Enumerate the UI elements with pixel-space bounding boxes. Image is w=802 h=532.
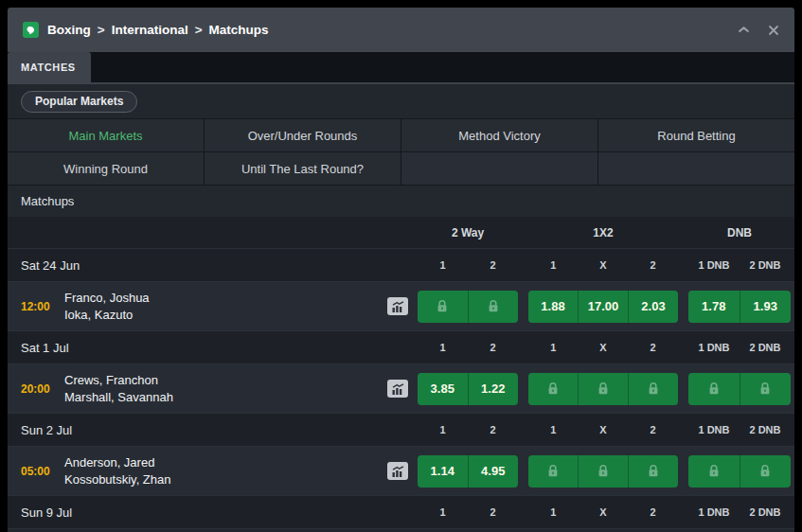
market-tab-main-markets[interactable]: Main Markets: [8, 119, 204, 151]
odds-button-locked: [740, 373, 792, 405]
fighter-name: Ioka, Kazuto: [64, 307, 387, 324]
titlebar: Boxing > International > Matchups: [8, 8, 794, 52]
breadcrumb-separator: >: [195, 23, 203, 37]
breadcrumb: Boxing > International > Matchups: [47, 23, 269, 37]
sub-header: 2: [628, 342, 678, 353]
fighter-name: Franco, Joshua: [64, 290, 387, 307]
sport-boxing-icon: [23, 22, 39, 38]
sub-header: 2: [468, 259, 518, 271]
close-icon[interactable]: [768, 25, 779, 36]
odds-button-locked: [528, 373, 578, 405]
sub-header: 1: [528, 424, 579, 435]
sub-header: 1: [528, 259, 579, 271]
odds-button-locked: [688, 455, 740, 488]
odds-button[interactable]: 1.78: [688, 291, 740, 323]
odds-group-1x2: [528, 373, 678, 405]
sub-header: 2: [468, 424, 518, 435]
date-label: Sat 24 Jun: [8, 258, 418, 273]
fighter-name: Crews, Franchon: [64, 372, 387, 389]
match-fighters: Anderson, Jared Kossobutskiy, Zhan: [47, 454, 387, 488]
match-row: 20:00 Crews, Franchon Marshall, Savannah…: [8, 364, 794, 414]
odds-button[interactable]: 1.22: [468, 373, 519, 405]
odds-group-2way: 1.14 4.95: [418, 455, 518, 488]
market-tabs-grid: Main Markets Over/Under Rounds Method Vi…: [8, 118, 794, 186]
odds-button-locked: [578, 373, 628, 405]
breadcrumb-separator: >: [98, 23, 105, 37]
stats-chart-icon[interactable]: [387, 380, 408, 398]
market-tab-method-victory[interactable]: Method Victory: [401, 119, 597, 151]
fighter-name: Anderson, Jared: [64, 454, 387, 471]
date-row: Sun 2 Jul 12 1X2 1 DNB2 DNB: [8, 414, 794, 447]
odds-button-locked: [688, 373, 740, 405]
breadcrumb-item-matchups[interactable]: Matchups: [209, 23, 269, 37]
sub-header: 1: [418, 424, 468, 435]
sub-header: 1 DNB: [688, 342, 740, 353]
sub-header: X: [579, 259, 629, 271]
odds-group-2way: 3.85 1.22: [418, 373, 518, 405]
odds-group-2way: [418, 291, 518, 323]
odds-group-dnb: [688, 373, 791, 405]
sub-header: X: [579, 506, 629, 518]
odds-button-locked: [418, 291, 468, 323]
sub-header: 2 DNB: [740, 424, 791, 435]
sub-header: 2 DNB: [740, 342, 791, 353]
match-row: 12:00 Franco, Joshua Ioka, Kazuto 1.88 1…: [8, 282, 794, 331]
odds-button-locked: [578, 455, 628, 488]
group-header-dnb: DNB: [688, 226, 791, 239]
sub-header: 1 DNB: [688, 506, 740, 518]
date-row: Sat 24 Jun 12 1X2 1 DNB2 DNB: [8, 249, 794, 282]
odds-button-locked: [528, 455, 578, 488]
popular-markets-button[interactable]: Popular Markets: [21, 91, 137, 113]
filter-bar: Popular Markets: [8, 84, 794, 118]
market-tab-empty-cell: [598, 152, 794, 185]
odds-group-1x2: 1.88 17.00 2.03: [528, 291, 678, 323]
odds-group-header-row: 2 Way 1X2 DNB: [8, 217, 794, 249]
group-header-1x2: 1X2: [528, 226, 678, 239]
odds-button-locked: [740, 455, 792, 488]
odds-button-locked: [628, 455, 678, 488]
sub-header: 1: [418, 506, 468, 518]
tab-matches[interactable]: MATCHES: [8, 52, 91, 82]
date-row: Sun 9 Jul 12 1X2 1 DNB2 DNB: [8, 496, 794, 529]
market-tab-round-betting[interactable]: Round Betting: [598, 119, 794, 151]
match-time: 20:00: [8, 382, 47, 396]
match-time: 05:00: [8, 465, 47, 478]
odds-button[interactable]: 4.95: [468, 455, 519, 488]
market-tab-winning-round[interactable]: Winning Round: [8, 152, 204, 185]
sub-header: 1: [528, 506, 579, 518]
sub-header: X: [579, 342, 629, 353]
sub-header: 2: [628, 259, 678, 271]
sub-header: 2 DNB: [740, 259, 791, 271]
stats-chart-icon[interactable]: [387, 462, 408, 480]
breadcrumb-item-international[interactable]: International: [112, 23, 188, 37]
sub-header: 2 DNB: [740, 506, 791, 518]
date-label: Sun 9 Jul: [8, 505, 418, 520]
date-label: Sun 2 Jul: [8, 423, 418, 437]
stats-chart-icon[interactable]: [387, 297, 408, 315]
odds-button[interactable]: 1.14: [418, 455, 468, 488]
sub-header: 1 DNB: [688, 424, 740, 435]
odds-button[interactable]: 1.88: [528, 291, 578, 323]
date-row: Sat 1 Jul 12 1X2 1 DNB2 DNB: [8, 331, 794, 364]
market-tab-until-the-last-round[interactable]: Until The Last Round?: [205, 152, 401, 185]
sub-header: 1: [418, 342, 468, 353]
collapse-chevron-up-icon[interactable]: [737, 26, 751, 34]
odds-group-dnb: 1.78 1.93: [688, 291, 791, 323]
breadcrumb-item-boxing[interactable]: Boxing: [47, 23, 91, 37]
section-title: Matchups: [8, 186, 794, 217]
odds-button[interactable]: 17.00: [578, 291, 628, 323]
odds-button-locked: [468, 291, 519, 323]
market-tab-empty-cell: [401, 152, 597, 185]
odds-group-dnb: [688, 455, 791, 488]
sub-header: 1 DNB: [688, 259, 740, 271]
date-label: Sat 1 Jul: [8, 341, 418, 355]
tab-strip: MATCHES: [8, 52, 794, 84]
fighter-name: Marshall, Savannah: [64, 389, 387, 406]
match-time: 12:00: [8, 300, 47, 313]
fighter-name: Kossobutskiy, Zhan: [64, 471, 387, 488]
odds-button[interactable]: 2.03: [628, 291, 678, 323]
market-tab-over-under-rounds[interactable]: Over/Under Rounds: [205, 119, 401, 151]
odds-button[interactable]: 1.93: [740, 291, 792, 323]
odds-button[interactable]: 3.85: [418, 373, 468, 405]
sub-header: X: [579, 424, 629, 435]
